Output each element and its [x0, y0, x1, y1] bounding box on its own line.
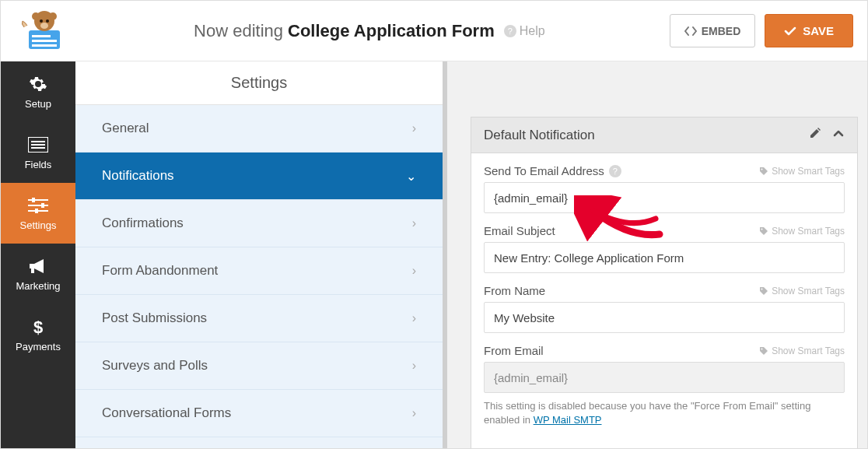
svg-point-22 [761, 168, 763, 170]
svg-rect-12 [31, 144, 45, 146]
embed-button[interactable]: EMBED [670, 14, 756, 47]
show-smart-tags[interactable]: Show Smart Tags [759, 286, 845, 296]
field-send-to: Send To Email Address? Show Smart Tags [484, 164, 845, 213]
show-smart-tags[interactable]: Show Smart Tags [759, 226, 845, 237]
nav-item-payments[interactable]: $ Payments [1, 304, 75, 365]
send-to-label: Send To Email Address [484, 164, 604, 177]
embed-icon [684, 26, 697, 37]
now-editing-title: Now editing College Application Form ? H… [69, 21, 670, 41]
sidebar-item-notifications[interactable]: Notifications⌄ [75, 153, 443, 200]
list-icon [27, 135, 49, 154]
svg-point-7 [40, 23, 48, 29]
app-logo [15, 8, 69, 54]
chevron-right-icon: › [412, 121, 416, 135]
svg-point-24 [761, 288, 763, 289]
help-link[interactable]: ? Help [504, 24, 545, 38]
tag-icon [759, 286, 768, 296]
from-email-label: From Email [484, 344, 544, 357]
svg-rect-18 [41, 203, 44, 208]
megaphone-icon [27, 257, 49, 275]
now-editing-text: Now editing [194, 21, 283, 41]
gear-icon [27, 75, 49, 93]
svg-point-25 [761, 348, 763, 349]
field-from-name: From Name Show Smart Tags [484, 284, 845, 333]
wp-mail-smtp-link[interactable]: WP Mail SMTP [534, 414, 602, 426]
svg-rect-11 [31, 141, 45, 142]
svg-point-9 [49, 12, 57, 20]
svg-rect-13 [31, 147, 45, 149]
svg-rect-17 [32, 198, 35, 202]
show-smart-tags[interactable]: Show Smart Tags [759, 346, 845, 356]
chevron-right-icon: › [412, 359, 416, 373]
save-button[interactable]: SAVE [765, 14, 853, 47]
send-to-input[interactable] [484, 182, 845, 213]
svg-rect-15 [28, 205, 48, 206]
show-smart-tags[interactable]: Show Smart Tags [759, 166, 845, 177]
from-email-input [484, 362, 845, 393]
nav-item-settings[interactable]: Settings [1, 183, 75, 244]
dollar-icon: $ [27, 317, 49, 336]
svg-rect-14 [28, 199, 48, 201]
sliders-icon [27, 196, 49, 215]
svg-rect-20 [31, 268, 34, 273]
check-icon [784, 26, 796, 37]
top-bar: Now editing College Application Form ? H… [1, 1, 867, 61]
from-name-label: From Name [484, 284, 545, 297]
chevron-right-icon: › [412, 264, 416, 278]
sidebar-item-general[interactable]: General› [75, 105, 443, 153]
svg-rect-3 [32, 44, 57, 47]
chevron-down-icon: ⌄ [406, 169, 416, 184]
sidebar-item-surveys[interactable]: Surveys and Polls› [75, 342, 443, 390]
subject-label: Email Subject [484, 224, 555, 237]
notification-card: Default Notification Send To Email Addre… [471, 117, 858, 449]
svg-point-5 [40, 19, 43, 23]
settings-sidebar: Settings General› Notifications⌄ Confirm… [75, 61, 447, 449]
sidebar-item-conversational[interactable]: Conversational Forms› [75, 390, 443, 437]
chevron-right-icon: › [412, 216, 416, 230]
tag-icon [759, 167, 768, 176]
chevron-right-icon: › [412, 311, 416, 325]
from-name-input[interactable] [484, 302, 845, 333]
svg-rect-19 [35, 209, 38, 213]
help-icon[interactable]: ? [609, 165, 621, 177]
field-from-email: From Email Show Smart Tags This setting … [484, 344, 845, 427]
svg-point-6 [46, 19, 49, 23]
chevron-right-icon: › [412, 406, 416, 420]
tag-icon [759, 346, 768, 356]
svg-rect-1 [32, 35, 51, 37]
subject-input[interactable] [484, 242, 845, 273]
svg-rect-2 [32, 40, 57, 42]
sidebar-item-post-submissions[interactable]: Post Submissions› [75, 295, 443, 342]
nav-item-setup[interactable]: Setup [1, 61, 75, 122]
tag-icon [759, 226, 768, 236]
content-area: Default Notification Send To Email Addre… [447, 61, 867, 449]
collapse-icon[interactable] [832, 127, 845, 143]
svg-point-23 [761, 228, 763, 230]
left-nav: Setup Fields Settings Marketing $ Paymen… [1, 61, 75, 449]
sidebar-item-abandonment[interactable]: Form Abandonment› [75, 247, 443, 295]
sidebar-item-confirmations[interactable]: Confirmations› [75, 200, 443, 247]
edit-icon[interactable] [809, 127, 821, 143]
settings-title: Settings [75, 61, 443, 105]
field-subject: Email Subject Show Smart Tags [484, 224, 845, 273]
notification-title: Default Notification [484, 128, 595, 143]
svg-point-8 [32, 12, 40, 20]
nav-item-marketing[interactable]: Marketing [1, 244, 75, 304]
svg-text:$: $ [33, 317, 43, 336]
nav-item-fields[interactable]: Fields [1, 122, 75, 183]
help-icon: ? [504, 25, 516, 37]
from-email-note: This setting is disabled because you hav… [484, 399, 845, 427]
notification-card-header: Default Notification [471, 118, 857, 153]
form-name: College Application Form [288, 21, 495, 41]
